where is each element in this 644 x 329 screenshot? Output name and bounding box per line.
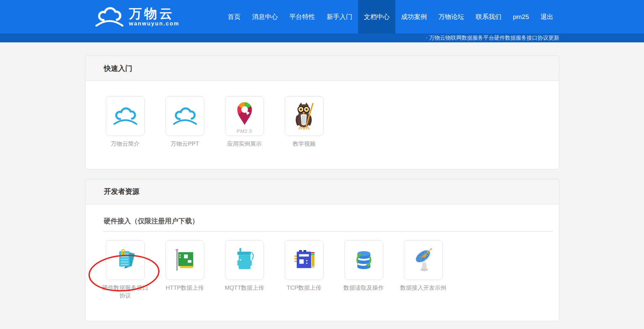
item-card <box>165 96 204 136</box>
iot-device-icon <box>232 247 257 273</box>
logo-subtitle: wanwuyun.com <box>129 21 180 26</box>
hardware-access-heading: 硬件接入（仅限注册用户下载） <box>103 204 553 231</box>
item-card <box>285 96 324 136</box>
logo-title: 万物云 <box>129 7 180 20</box>
item-tcp-upload[interactable]: TCP数据上传 <box>274 240 334 292</box>
item-label: 硬件数据服务接口协议 <box>100 284 151 300</box>
developer-resources-header: 开发者资源 <box>85 179 559 204</box>
item-label: HTTP数据上传 <box>166 284 204 292</box>
item-label: 数据读取及操作 <box>344 284 384 292</box>
hardware-access-items: 硬件数据服务接口协议 <box>85 231 559 321</box>
item-label: 教学视频 <box>293 140 316 148</box>
item-tutorial-videos[interactable]: 教学视频 <box>274 96 334 148</box>
item-data-read-operate[interactable]: 数据读取及操作 <box>334 240 394 292</box>
item-wanwuyun-ppt[interactable]: 应用实例展示 万物云PPT <box>155 96 215 148</box>
circuit-board-icon <box>291 247 317 273</box>
database-sync-icon <box>351 247 377 273</box>
wanwuyun-cloud-icon <box>111 104 139 128</box>
item-label: 应用实例展示 <box>227 140 262 148</box>
documents-paperclip-icon <box>112 247 138 273</box>
nav-item-home[interactable]: 首页 <box>222 0 246 34</box>
nav-item-pm25-user[interactable]: pm25 <box>507 0 535 34</box>
item-card <box>404 240 443 280</box>
item-card <box>165 240 204 280</box>
nav-item-message-center[interactable]: 消息中心 <box>246 0 284 34</box>
nav-item-success-cases[interactable]: 成功案例 <box>395 0 433 34</box>
item-label: MQTT数据上传 <box>225 284 264 292</box>
owl-teacher-icon <box>291 102 317 130</box>
nav-item-forum[interactable]: 万物论坛 <box>433 0 470 34</box>
item-card <box>106 96 145 136</box>
item-app-examples[interactable]: PM2.5 应用实例展示 <box>215 96 274 148</box>
top-navbar: 万物云 wanwuyun.com 首页 消息中心 平台特性 新手入门 文档中心 … <box>0 0 644 34</box>
item-card <box>344 240 383 280</box>
item-label: TCP数据上传 <box>287 284 321 292</box>
nav-item-contact-us[interactable]: 联系我们 <box>470 0 507 34</box>
wanwuyun-cloud-logo-icon <box>94 5 125 29</box>
developer-resources-panel: 开发者资源 硬件接入（仅限注册用户下载） <box>85 179 559 321</box>
quick-start-title: 快速入门 <box>104 64 132 73</box>
wanwuyun-cloud-icon <box>171 104 199 128</box>
pm25-caption: PM2.5 <box>225 128 264 134</box>
item-data-access-demo[interactable]: 数据接入开发示例 <box>394 240 453 292</box>
satellite-dish-icon <box>410 247 437 273</box>
nav-item-logout[interactable]: 退出 <box>535 0 559 34</box>
quick-start-header: 快速入门 <box>85 56 559 81</box>
page-content: 快速入门 万物云简介 <box>85 42 559 321</box>
quick-start-items: 万物云简介 应用实例展示 万物云PPT <box>85 81 559 169</box>
item-card: PM2.5 <box>225 96 264 136</box>
pm25-map-pin-icon <box>234 100 255 127</box>
main-menu: 首页 消息中心 平台特性 新手入门 文档中心 成功案例 万物论坛 联系我们 pm… <box>222 0 559 34</box>
nav-item-document-center[interactable]: 文档中心 <box>358 0 395 34</box>
item-label: 数据接入开发示例 <box>400 284 446 292</box>
quick-start-panel: 快速入门 万物云简介 <box>85 56 559 169</box>
item-mqtt-upload[interactable]: MQTT数据上传 <box>215 240 274 292</box>
item-label: 万物云PPT <box>170 140 199 148</box>
item-card <box>285 240 324 280</box>
nav-item-beginner-guide[interactable]: 新手入门 <box>321 0 358 34</box>
network-card-icon <box>172 247 198 273</box>
developer-resources-title: 开发者资源 <box>104 187 140 196</box>
item-hardware-protocol[interactable]: 硬件数据服务接口协议 <box>96 240 155 300</box>
item-wanwuyun-intro[interactable]: 万物云简介 <box>96 96 155 148</box>
item-http-upload[interactable]: HTTP数据上传 <box>155 240 215 292</box>
item-label: 万物云简介 <box>111 140 140 148</box>
site-logo[interactable]: 万物云 wanwuyun.com <box>94 5 180 29</box>
nav-item-platform-features[interactable]: 平台特性 <box>284 0 321 34</box>
announcement-link[interactable]: · 万物云物联网数据服务平台硬件数据服务接口协议更新 <box>426 35 559 42</box>
announcement-bar: · 万物云物联网数据服务平台硬件数据服务接口协议更新 <box>0 34 644 42</box>
item-card <box>225 240 264 280</box>
item-card <box>106 240 145 280</box>
